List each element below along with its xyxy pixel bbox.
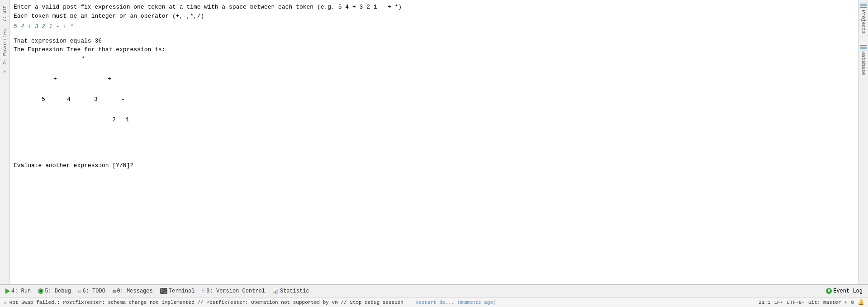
- git-branch[interactable]: Git: master ÷: [808, 300, 847, 305]
- database-panel[interactable]: Database: [860, 43, 867, 75]
- favorites-label: 2: Favorites: [2, 29, 8, 65]
- tree-label-line: The Expression Tree for that expression …: [14, 45, 854, 54]
- str-tab[interactable]: 7: Str: [0, 0, 10, 27]
- statistic-label: Statistic: [280, 288, 309, 294]
- tree-node-3: 3: [94, 95, 98, 104]
- run-icon: [5, 288, 10, 294]
- favorites-sidebar[interactable]: 2: Favorites ★: [0, 27, 10, 284]
- star-icon: ★: [3, 67, 7, 75]
- projects-panel[interactable]: Projects: [860, 2, 867, 34]
- tree-node-plus-left: +: [53, 75, 57, 84]
- cursor-position: 21:1: [759, 300, 770, 305]
- left-sidebar: 7: Str 2: Favorites ★: [0, 0, 10, 284]
- tree-node-1: 1: [126, 115, 129, 125]
- user-input-line: 5 4 + 3 2 1 - + *: [14, 22, 854, 31]
- tree-node-4: 4: [67, 95, 71, 104]
- instruction-line1: Enter a valid post-fix expression one to…: [14, 3, 854, 12]
- todo-button[interactable]: ☑ 6: TODO: [75, 285, 109, 297]
- terminal-button[interactable]: >_ Terminal: [157, 285, 199, 297]
- result-line: That expression equals 36: [14, 37, 854, 46]
- prompt-line: Evaluate another expression [Y/N]?: [14, 161, 854, 170]
- tree-node-minus: -: [121, 95, 125, 104]
- str-tab-label: 7: Str: [2, 5, 7, 22]
- restart-link[interactable]: Restart de... (moments ago): [415, 300, 496, 305]
- projects-icon: [860, 4, 867, 8]
- bottom-toolbar: 4: Run 5: Debug ☑ 6: TODO ▤ 0: Messages …: [0, 284, 868, 297]
- version-control-icon: ⑂: [202, 288, 205, 294]
- event-log-label: Event Log: [833, 288, 863, 294]
- status-main-text: Hot Swap failed.: PostfixTester: schema …: [9, 300, 759, 305]
- version-control-button[interactable]: ⑂ 9: Version Control: [198, 285, 269, 297]
- run-button[interactable]: 4: Run: [2, 285, 34, 297]
- tree-node-2: 2: [112, 115, 116, 125]
- line-separator[interactable]: LF÷: [774, 300, 783, 305]
- right-sidebar: Projects Database: [858, 0, 868, 284]
- statistic-icon: 📊: [272, 288, 279, 294]
- status-bar: ⚠ Hot Swap failed.: PostfixTester: schem…: [0, 297, 868, 307]
- database-icon: [860, 45, 867, 49]
- console-output: Enter a valid post-fix expression one to…: [10, 0, 858, 284]
- todo-label: 6: TODO: [82, 288, 105, 294]
- statistic-button[interactable]: 📊 Statistic: [269, 285, 313, 297]
- debug-button[interactable]: 5: Debug: [34, 285, 75, 297]
- expression-tree: * + + 5 4 3 - 2 1: [23, 54, 854, 154]
- status-message: Hot Swap failed.: PostfixTester: schema …: [9, 300, 403, 305]
- messages-label: 0: Messages: [117, 288, 153, 294]
- tree-node-root: *: [81, 54, 85, 63]
- event-log-count-badge: 5: [826, 288, 832, 294]
- debug-label: 5: Debug: [45, 288, 71, 294]
- todo-icon: ☑: [78, 288, 81, 294]
- toolbar-right: 5 Event Log: [822, 287, 866, 295]
- status-right: 21:1 LF÷ UTF-8÷ Git: master ÷ ⚙ 🔔: [759, 299, 864, 306]
- projects-label: Projects: [861, 10, 866, 34]
- tree-node-plus-right: +: [108, 75, 111, 84]
- messages-icon: ▤: [113, 288, 116, 294]
- settings-icon[interactable]: ⚙: [851, 299, 854, 306]
- notifications-icon[interactable]: 🔔: [858, 299, 864, 306]
- encoding[interactable]: UTF-8÷: [787, 300, 805, 305]
- debug-icon: [38, 288, 43, 294]
- event-log-button[interactable]: 5 Event Log: [822, 287, 866, 295]
- version-control-label: 9: Version Control: [206, 288, 265, 294]
- tree-node-5: 5: [42, 95, 45, 104]
- warning-icon: ⚠: [4, 299, 7, 305]
- instruction-line2: Each token must be an integer or an oper…: [14, 12, 854, 21]
- database-label: Database: [861, 51, 866, 75]
- terminal-label: Terminal: [169, 288, 195, 294]
- terminal-icon: >_: [160, 288, 167, 294]
- messages-button[interactable]: ▤ 0: Messages: [109, 285, 157, 297]
- run-label: 4: Run: [11, 288, 31, 294]
